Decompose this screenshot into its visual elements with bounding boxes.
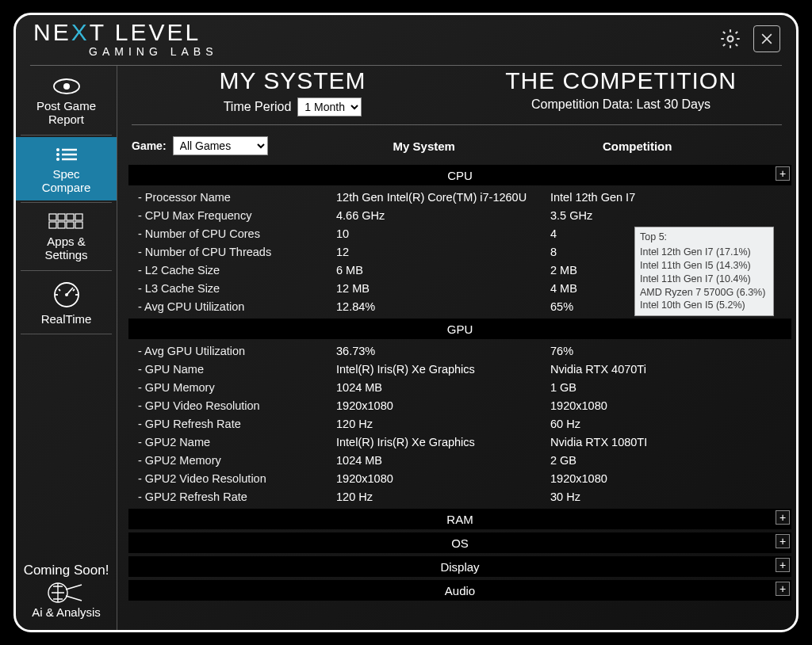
spec-mine-value: 1920x1080 — [336, 399, 550, 412]
spec-row: Processor Name12th Gen Intel(R) Core(TM)… — [128, 188, 791, 206]
spec-name: Number of CPU Threads — [138, 246, 336, 258]
spec-mine-value: Intel(R) Iris(R) Xe Graphics — [336, 436, 550, 448]
expand-button[interactable]: + — [776, 582, 790, 596]
svg-rect-15 — [67, 222, 74, 228]
svg-rect-13 — [49, 222, 56, 228]
spec-mine-value: 120 Hz — [336, 490, 550, 503]
sidebar: Post GameReport SpecCompare Apps &Settin… — [16, 66, 117, 630]
gauge-icon — [50, 281, 83, 309]
spec-row: GPU Memory1024 MB1 GB — [128, 378, 791, 396]
gear-icon — [719, 28, 741, 50]
spec-name: GPU2 Memory — [138, 454, 336, 467]
game-select[interactable]: All Games — [173, 136, 268, 155]
competition-subtitle: Competition Data: Last 30 Days — [531, 97, 710, 112]
game-label: Game: — [132, 139, 167, 152]
spec-mine-value: 1920x1080 — [336, 472, 550, 485]
spec-name: GPU Refresh Rate — [138, 418, 336, 430]
spec-row: GPU NameIntel(R) Iris(R) Xe GraphicsNvid… — [128, 360, 791, 378]
sidebar-item-spec-compare[interactable]: SpecCompare — [16, 137, 117, 201]
settings-button[interactable] — [717, 25, 744, 52]
tooltip-item: Intel 10th Gen I5 (5.2%) — [640, 299, 768, 312]
logo-line1: NEXT LEVEL — [33, 21, 217, 44]
tooltip-item: AMD Ryzen 7 5700G (6.3%) — [640, 286, 768, 300]
sidebar-item-post-game-report[interactable]: Post GameReport — [16, 69, 117, 133]
tooltip-item: Intel 11th Gen I7 (10.4%) — [640, 273, 768, 286]
spec-comp-value: 1920x1080 — [550, 472, 791, 485]
spec-comp-value: 1920x1080 — [550, 399, 791, 412]
svg-line-19 — [67, 288, 73, 295]
spec-table-scroll[interactable]: Top 5: Intel 12th Gen I7 (17.1%)Intel 11… — [128, 162, 791, 624]
time-period-select[interactable]: 1 Month — [297, 97, 362, 116]
section-header-ram[interactable]: RAM+ — [128, 509, 791, 529]
spec-mine-value: 12.84% — [336, 300, 550, 313]
spec-mine-value: 1024 MB — [336, 381, 550, 394]
logo-text: T LEVEL — [90, 19, 201, 45]
spec-mine-value: 10 — [336, 227, 550, 240]
spec-mine-value: 6 MB — [336, 264, 550, 277]
logo: NEXT LEVEL GAMING LABS — [33, 21, 217, 57]
svg-rect-12 — [75, 214, 82, 220]
main-panel: MY SYSTEM Time Period 1 Month THE COMPET… — [117, 66, 796, 630]
expand-button[interactable]: + — [776, 166, 790, 181]
eye-icon — [51, 77, 82, 96]
spec-comp-value: Intel 12th Gen I7 — [550, 191, 791, 204]
section-header-display[interactable]: Display+ — [128, 556, 791, 577]
column-header-competition: Competition — [603, 139, 672, 153]
coming-soon-label: Coming Soon! — [24, 563, 109, 578]
spec-row: GPU2 Memory1024 MB2 GB — [128, 451, 791, 469]
top5-tooltip: Top 5: Intel 12th Gen I7 (17.1%)Intel 11… — [634, 227, 774, 316]
spec-comp-value: 30 Hz — [550, 490, 791, 503]
time-period-label: Time Period — [224, 100, 292, 114]
spec-mine-value: 12 — [336, 246, 550, 258]
svg-rect-11 — [67, 214, 74, 220]
tooltip-title: Top 5: — [640, 231, 768, 244]
spec-comp-value: 1 GB — [550, 381, 791, 394]
spec-name: GPU Video Resolution — [138, 399, 336, 412]
spec-name: GPU Name — [138, 363, 336, 376]
app-window: NEXT LEVEL GAMING LABS Post GameReport — [13, 13, 799, 632]
spec-name: GPU2 Video Resolution — [138, 472, 336, 485]
svg-rect-16 — [75, 222, 82, 228]
label: RealTime — [41, 312, 92, 326]
spec-name: Processor Name — [138, 191, 336, 204]
spec-row: GPU2 Refresh Rate120 Hz30 Hz — [128, 487, 791, 506]
close-button[interactable] — [753, 25, 780, 52]
tooltip-item: Intel 11th Gen I5 (14.3%) — [640, 259, 768, 273]
svg-rect-10 — [58, 214, 65, 220]
sidebar-item-apps-settings[interactable]: Apps &Settings — [16, 204, 117, 269]
spec-mine-value: 1024 MB — [336, 454, 550, 467]
topbar: NEXT LEVEL GAMING LABS — [16, 15, 796, 63]
label: Spec — [52, 167, 79, 181]
body: Post GameReport SpecCompare Apps &Settin… — [16, 66, 796, 630]
column-header-my-system: My System — [393, 139, 455, 153]
spec-mine-value: 120 Hz — [336, 418, 550, 430]
spec-comp-value: Nvidia RTX 4070Ti — [550, 363, 791, 376]
divider — [21, 270, 111, 271]
label: Report — [48, 113, 84, 126]
spec-comp-value: Nvidia RTX 1080TI — [550, 436, 791, 448]
label: Compare — [42, 181, 91, 194]
expand-button[interactable]: + — [776, 510, 790, 525]
section-header-gpu[interactable]: GPU — [128, 319, 791, 339]
spec-name: GPU Memory — [138, 381, 336, 394]
section-header-audio[interactable]: Audio+ — [128, 580, 791, 601]
svg-point-7 — [56, 158, 59, 161]
spec-name: Avg GPU Utilization — [138, 345, 336, 357]
section-header-cpu[interactable]: CPU+ — [128, 165, 791, 185]
divider — [21, 202, 111, 203]
expand-button[interactable]: + — [776, 558, 790, 572]
logo-text: NE — [33, 19, 71, 45]
tooltip-item: Intel 12th Gen I7 (17.1%) — [640, 246, 768, 259]
svg-line-25 — [66, 585, 82, 590]
svg-line-21 — [73, 289, 75, 291]
expand-button[interactable]: + — [776, 534, 790, 548]
section-header-os[interactable]: OS+ — [128, 532, 791, 553]
brain-icon — [45, 580, 88, 605]
spec-row: Avg GPU Utilization36.73%76% — [128, 342, 791, 360]
spec-comp-value: 60 Hz — [550, 418, 791, 430]
spec-name: Avg CPU Utilization — [138, 300, 336, 313]
svg-line-20 — [59, 289, 60, 291]
spec-row: GPU2 NameIntel(R) Iris(R) Xe GraphicsNvi… — [128, 433, 791, 451]
spec-row: CPU Max Frequency4.66 GHz3.5 GHz — [128, 206, 791, 224]
sidebar-item-realtime[interactable]: RealTime — [16, 273, 117, 332]
